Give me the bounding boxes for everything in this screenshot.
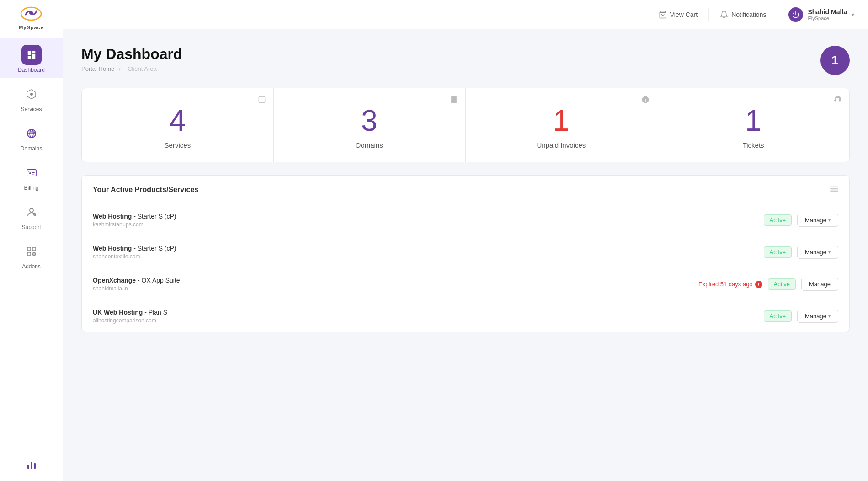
- product-info-3: OpenXchange - OX App Suite shahidmalla.i…: [93, 277, 698, 292]
- product-actions-3: Expired 51 days ago ! Active Manage: [698, 278, 838, 291]
- stat-card-invoices[interactable]: ! 1 Unpaid Invoices: [466, 88, 658, 162]
- product-domain-1: kashmirstartups.com: [93, 221, 764, 228]
- invoices-alert-icon: !: [641, 96, 650, 106]
- products-menu-icon[interactable]: [830, 185, 838, 195]
- svg-rect-9: [32, 172, 35, 173]
- product-row-1: Web Hosting - Starter S (cP) kashmirstar…: [82, 204, 849, 236]
- sidebar-item-analytics[interactable]: [0, 448, 63, 481]
- svg-rect-25: [259, 96, 265, 103]
- sidebar-item-domains[interactable]: www Domains: [0, 117, 63, 156]
- sidebar: MySpace Dashboard Services www: [0, 0, 63, 481]
- product-name-4: UK Web Hosting - Plan S: [93, 309, 764, 316]
- svg-point-8: [29, 172, 31, 174]
- stat-number-services: 4: [170, 105, 186, 137]
- expired-warn-icon-3: !: [755, 281, 762, 288]
- stat-label-invoices: Unpaid Invoices: [537, 141, 586, 149]
- manage-button-1[interactable]: Manage ▾: [797, 214, 838, 227]
- sidebar-item-label-support: Support: [21, 224, 41, 230]
- product-name-bold-1: Web Hosting: [93, 213, 132, 220]
- view-cart-label: View Cart: [670, 11, 698, 18]
- sidebar-item-billing[interactable]: $ Billing: [0, 156, 63, 196]
- svg-point-12: [30, 208, 33, 212]
- page-title: My Dashboard: [81, 46, 182, 63]
- stat-number-tickets: 1: [745, 105, 761, 137]
- domains-icon-wrap: www: [21, 123, 42, 144]
- product-actions-4: Active Manage ▾: [764, 310, 838, 323]
- manage-button-4[interactable]: Manage ▾: [797, 310, 838, 323]
- product-row-2: Web Hosting - Starter S (cP) shaheentext…: [82, 236, 849, 268]
- svg-rect-10: [32, 174, 34, 175]
- sidebar-item-label-billing: Billing: [24, 185, 38, 191]
- svg-rect-15: [27, 247, 31, 251]
- product-name-rest-1: - Starter S (cP): [132, 213, 176, 220]
- svg-rect-29: [830, 187, 838, 187]
- products-section: Your Active Products/Services Web Hostin…: [81, 175, 850, 332]
- domains-icon: www: [26, 128, 37, 139]
- sidebar-item-services[interactable]: Services: [0, 78, 63, 117]
- sidebar-logo: MySpace: [19, 5, 44, 30]
- sidebar-item-support[interactable]: ? Support: [0, 196, 63, 235]
- billing-icon: $: [26, 167, 37, 178]
- dashboard-icon-wrap: [21, 45, 42, 65]
- product-name-bold-3: OpenXchange: [93, 277, 136, 284]
- services-card-icon: [258, 96, 266, 106]
- sidebar-item-label-dashboard: Dashboard: [18, 67, 45, 73]
- svg-text:www: www: [29, 130, 35, 133]
- manage-chevron-1: ▾: [828, 218, 831, 223]
- topbar: View Cart Notifications Shahid Malla Ely…: [63, 0, 868, 29]
- expired-text-3: Expired 51 days ago !: [698, 281, 762, 288]
- stat-card-domains[interactable]: 3 Domains: [274, 88, 466, 162]
- page-header-left: My Dashboard Portal Home / Client Area: [81, 46, 182, 72]
- power-icon: [792, 11, 799, 18]
- manage-chevron-4: ▾: [828, 314, 831, 319]
- topbar-divider-2: [777, 8, 777, 21]
- stat-card-tickets[interactable]: 1 Tickets: [657, 88, 849, 162]
- product-domain-3: shahidmalla.in: [93, 285, 698, 292]
- svg-rect-23: [34, 463, 36, 469]
- svg-text:$: $: [28, 170, 30, 172]
- notification-badge: 1: [820, 46, 850, 75]
- cart-icon: [659, 11, 667, 19]
- breadcrumb-home[interactable]: Portal Home: [81, 65, 114, 72]
- user-company: ElySpace: [808, 16, 847, 21]
- sidebar-item-dashboard[interactable]: Dashboard: [0, 38, 63, 78]
- user-text: Shahid Malla ElySpace: [808, 8, 847, 21]
- manage-button-2[interactable]: Manage ▾: [797, 246, 838, 259]
- svg-rect-17: [27, 252, 31, 256]
- product-name-2: Web Hosting - Starter S (cP): [93, 245, 764, 252]
- product-name-rest-2: - Starter S (cP): [132, 245, 176, 252]
- breadcrumb: Portal Home / Client Area: [81, 65, 182, 72]
- services-icon: [26, 89, 37, 100]
- logo-text: MySpace: [19, 25, 44, 30]
- product-name-1: Web Hosting - Starter S (cP): [93, 213, 764, 220]
- view-cart-button[interactable]: View Cart: [659, 11, 698, 19]
- stat-card-services[interactable]: 4 Services: [82, 88, 274, 162]
- product-name-rest-3: - OX App Suite: [136, 277, 180, 284]
- svg-rect-16: [32, 247, 36, 251]
- product-info-4: UK Web Hosting - Plan S allhostingcompar…: [93, 309, 764, 324]
- analytics-icon: [26, 459, 37, 470]
- addons-icon-wrap: [21, 241, 42, 262]
- sidebar-item-addons[interactable]: Addons: [0, 235, 63, 274]
- product-actions-2: Active Manage ▾: [764, 246, 838, 259]
- topbar-divider-1: [708, 8, 709, 21]
- manage-button-3[interactable]: Manage: [801, 278, 838, 291]
- svg-rect-30: [830, 189, 838, 190]
- product-name-rest-4: - Plan S: [143, 309, 167, 316]
- svg-point-1: [29, 11, 33, 15]
- product-domain-4: allhostingcomparison.com: [93, 317, 764, 324]
- notifications-button[interactable]: Notifications: [720, 11, 766, 19]
- services-icon-wrap: [21, 84, 42, 104]
- stat-number-domains: 3: [361, 105, 378, 137]
- domains-card-icon: [450, 96, 458, 106]
- user-menu[interactable]: Shahid Malla ElySpace ▾: [788, 7, 854, 22]
- product-info-2: Web Hosting - Starter S (cP) shaheentext…: [93, 245, 764, 260]
- support-icon-wrap: ?: [21, 202, 42, 222]
- breadcrumb-current: Client Area: [128, 65, 157, 72]
- sidebar-item-label-addons: Addons: [22, 263, 41, 270]
- analytics-icon-wrap: [21, 454, 42, 475]
- svg-marker-26: [451, 96, 456, 103]
- product-row-3: OpenXchange - OX App Suite shahidmalla.i…: [82, 268, 849, 300]
- stat-label-services: Services: [165, 141, 191, 149]
- bell-icon: [720, 11, 728, 19]
